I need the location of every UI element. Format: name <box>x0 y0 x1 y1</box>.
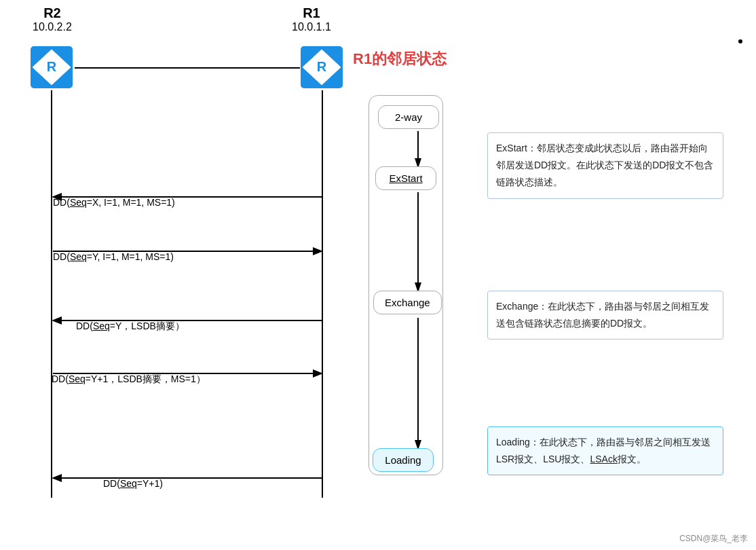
exstart-info-box: ExStart：邻居状态变成此状态以后，路由器开始向邻居发送DD报文。在此状态下… <box>487 132 723 199</box>
r1-router-icon: R <box>299 44 345 90</box>
state-exstart: ExStart <box>375 166 436 190</box>
svg-marker-15 <box>313 247 323 255</box>
arrow-dd-seqx-line <box>52 190 323 204</box>
r1-info: R1 10.0.1.1 <box>292 5 331 33</box>
r1-vertical-line <box>322 90 323 498</box>
loading-info-text: Loading：在此状态下，路由器与邻居之间相互发送LSR报文、LSU报文、LS… <box>496 434 715 468</box>
arrow-exstart-exchange <box>413 192 423 293</box>
r2-info: R2 10.0.2.2 <box>33 5 72 33</box>
dot-decoration <box>738 39 742 43</box>
arrow-dd-seqy1-line <box>52 471 323 485</box>
loading-info-box: Loading：在此状态下，路由器与邻居之间相互发送LSR报文、LSU报文、LS… <box>487 426 723 475</box>
state-2way: 2-way <box>378 105 439 129</box>
r2-router-icon: R <box>29 44 75 90</box>
svg-text:R: R <box>47 59 57 74</box>
r2-vertical-line <box>51 90 52 498</box>
exchange-info-box: Exchange：在此状态下，路由器与邻居之间相互发送包含链路状态信息摘要的DD… <box>487 291 723 340</box>
svg-text:R: R <box>317 59 327 74</box>
arrow-dd-seqy1-lsdb-line <box>52 367 323 380</box>
arrow-dd-seqy-line <box>52 244 323 258</box>
svg-marker-21 <box>52 474 62 482</box>
r1-ip: 10.0.1.1 <box>292 21 331 33</box>
arrow-2way-exstart <box>413 131 423 168</box>
state-exchange: Exchange <box>373 291 442 314</box>
watermark: CSDN@菜鸟_老李 <box>679 533 748 545</box>
state-title: R1的邻居状态 <box>353 49 447 69</box>
arrow-dd-seqy-lsdb-line <box>52 314 323 327</box>
exstart-info-text: ExStart：邻居状态变成此状态以后，路由器开始向邻居发送DD报文。在此状态下… <box>496 140 715 191</box>
state-container <box>368 95 443 475</box>
svg-marker-17 <box>52 316 62 325</box>
arrow-exchange-loading <box>413 318 423 450</box>
router-connection-line <box>75 67 300 69</box>
svg-marker-19 <box>313 369 323 378</box>
state-loading: Loading <box>373 448 434 472</box>
r2-ip: 10.0.2.2 <box>33 21 72 33</box>
r1-label: R1 <box>292 5 331 21</box>
svg-marker-13 <box>52 193 62 201</box>
r2-label: R2 <box>33 5 72 21</box>
diagram: R2 10.0.2.2 R1 10.0.1.1 R R R1的邻居状态 2-wa… <box>0 0 756 550</box>
exchange-info-text: Exchange：在此状态下，路由器与邻居之间相互发送包含链路状态信息摘要的DD… <box>496 298 715 332</box>
